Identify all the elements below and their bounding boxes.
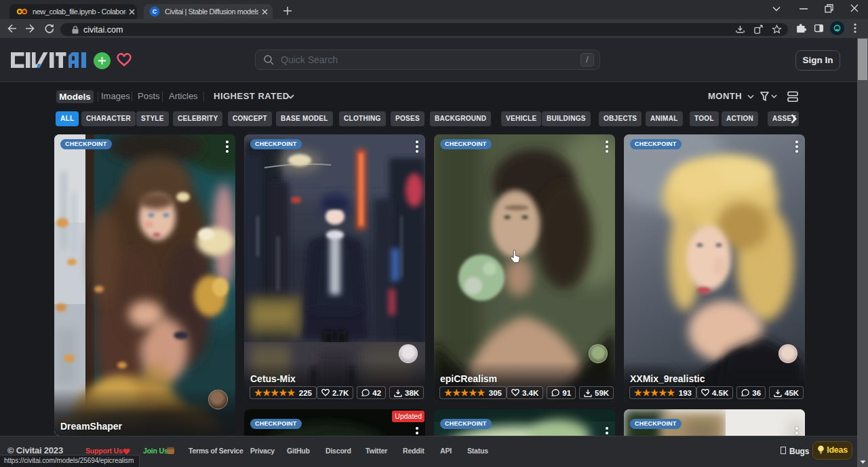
svg-text:C: C	[153, 8, 157, 15]
